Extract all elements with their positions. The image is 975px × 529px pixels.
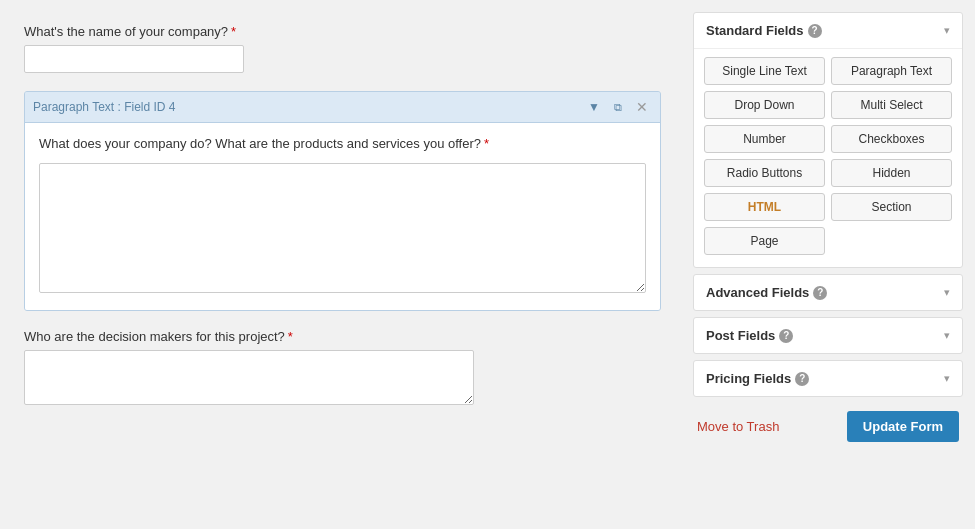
- form-field-decision-makers: Who are the decision makers for this pro…: [24, 329, 661, 408]
- pricing-fields-title-text: Pricing Fields: [706, 371, 791, 386]
- single-line-text-button[interactable]: Single Line Text: [704, 57, 825, 85]
- decision-makers-label: Who are the decision makers for this pro…: [24, 329, 661, 344]
- active-field-header: Paragraph Text : Field ID 4 ▼ ⧉ ✕: [25, 92, 660, 123]
- required-star-1: *: [231, 24, 236, 39]
- required-star-2: *: [484, 136, 489, 151]
- post-fields-help-icon[interactable]: ?: [779, 329, 793, 343]
- multi-select-button[interactable]: Multi Select: [831, 91, 952, 119]
- active-field-icons: ▼ ⧉ ✕: [584, 97, 652, 117]
- checkboxes-button[interactable]: Checkboxes: [831, 125, 952, 153]
- post-fields-title-text: Post Fields: [706, 328, 775, 343]
- post-fields-title: Post Fields ?: [706, 328, 793, 343]
- active-field-body: What does your company do? What are the …: [25, 123, 660, 310]
- sidebar: Standard Fields ? ▾ Single Line Text Par…: [685, 0, 975, 529]
- number-button[interactable]: Number: [704, 125, 825, 153]
- paragraph-text-area[interactable]: [39, 163, 646, 293]
- section-button[interactable]: Section: [831, 193, 952, 221]
- standard-fields-title: Standard Fields ?: [706, 23, 822, 38]
- decision-makers-input[interactable]: [24, 350, 474, 405]
- pricing-fields-header[interactable]: Pricing Fields ? ▾: [694, 361, 962, 396]
- active-field-block: Paragraph Text : Field ID 4 ▼ ⧉ ✕ What d…: [24, 91, 661, 311]
- post-fields-header[interactable]: Post Fields ? ▾: [694, 318, 962, 353]
- drop-down-button[interactable]: Drop Down: [704, 91, 825, 119]
- update-form-button[interactable]: Update Form: [847, 411, 959, 442]
- advanced-fields-panel: Advanced Fields ? ▾: [693, 274, 963, 311]
- pricing-fields-title: Pricing Fields ?: [706, 371, 809, 386]
- paragraph-text-button[interactable]: Paragraph Text: [831, 57, 952, 85]
- active-field-question: What does your company do? What are the …: [39, 135, 646, 153]
- pricing-fields-help-icon[interactable]: ?: [795, 372, 809, 386]
- standard-fields-panel: Standard Fields ? ▾ Single Line Text Par…: [693, 12, 963, 268]
- page-button[interactable]: Page: [704, 227, 825, 255]
- hidden-button[interactable]: Hidden: [831, 159, 952, 187]
- standard-fields-title-text: Standard Fields: [706, 23, 804, 38]
- post-fields-chevron: ▾: [944, 329, 950, 342]
- standard-fields-chevron: ▾: [944, 24, 950, 37]
- collapse-field-button[interactable]: ▼: [584, 97, 604, 117]
- close-field-button[interactable]: ✕: [632, 97, 652, 117]
- duplicate-icon: ⧉: [614, 101, 622, 114]
- html-button[interactable]: HTML: [704, 193, 825, 221]
- standard-fields-header[interactable]: Standard Fields ? ▾: [694, 13, 962, 48]
- move-to-trash-link[interactable]: Move to Trash: [697, 419, 779, 434]
- advanced-fields-header[interactable]: Advanced Fields ? ▾: [694, 275, 962, 310]
- close-icon: ✕: [636, 99, 648, 115]
- radio-buttons-button[interactable]: Radio Buttons: [704, 159, 825, 187]
- standard-fields-help-icon[interactable]: ?: [808, 24, 822, 38]
- active-field-title: Paragraph Text : Field ID 4: [33, 100, 176, 114]
- required-star-3: *: [288, 329, 293, 344]
- active-field-question-text: What does your company do? What are the …: [39, 136, 481, 151]
- collapse-icon: ▼: [588, 100, 600, 114]
- company-name-label: What's the name of your company?*: [24, 24, 661, 39]
- standard-fields-body: Single Line Text Paragraph Text Drop Dow…: [694, 48, 962, 267]
- advanced-fields-title: Advanced Fields ?: [706, 285, 827, 300]
- advanced-fields-help-icon[interactable]: ?: [813, 286, 827, 300]
- duplicate-field-button[interactable]: ⧉: [608, 97, 628, 117]
- company-name-text: What's the name of your company?: [24, 24, 228, 39]
- pricing-fields-panel: Pricing Fields ? ▾: [693, 360, 963, 397]
- advanced-fields-chevron: ▾: [944, 286, 950, 299]
- pricing-fields-chevron: ▾: [944, 372, 950, 385]
- standard-fields-grid: Single Line Text Paragraph Text Drop Dow…: [704, 57, 952, 255]
- post-fields-panel: Post Fields ? ▾: [693, 317, 963, 354]
- decision-makers-text: Who are the decision makers for this pro…: [24, 329, 285, 344]
- company-name-input[interactable]: [24, 45, 244, 73]
- form-field-company-name: What's the name of your company?*: [24, 24, 661, 73]
- sidebar-bottom-bar: Move to Trash Update Form: [693, 403, 963, 442]
- advanced-fields-title-text: Advanced Fields: [706, 285, 809, 300]
